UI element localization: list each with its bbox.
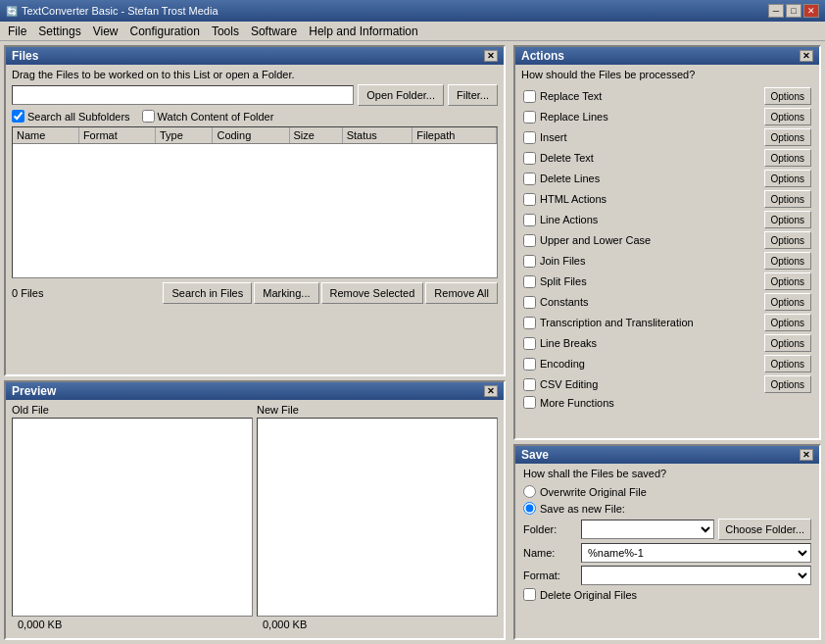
save-panel-close[interactable]: ✕ — [800, 449, 813, 461]
open-folder-button[interactable]: Open Folder... — [358, 84, 444, 106]
checkbox-row: Search all Subfolders Watch Content of F… — [12, 110, 498, 123]
action-label-join-files: Join Files — [540, 255, 585, 267]
options-button-replace-text[interactable]: Options — [764, 87, 811, 105]
action-label-delete-text: Delete Text — [540, 152, 594, 164]
action-row-html-actions: HTML ActionsOptions — [521, 189, 813, 209]
col-type: Type — [155, 127, 213, 144]
actions-panel-title: Actions — [521, 49, 564, 63]
actions-panel-close[interactable]: ✕ — [800, 50, 813, 62]
delete-original-checkbox[interactable] — [523, 588, 536, 601]
options-button-csv-editing[interactable]: Options — [764, 375, 811, 393]
actions-panel-header: Actions ✕ — [515, 47, 819, 65]
menu-file[interactable]: File — [2, 23, 32, 40]
action-label-replace-text: Replace Text — [540, 90, 602, 102]
marking-button[interactable]: Marking... — [254, 282, 318, 304]
remove-selected-button[interactable]: Remove Selected — [321, 282, 424, 304]
options-button-join-files[interactable]: Options — [764, 252, 811, 270]
action-checkbox-insert[interactable] — [523, 131, 536, 144]
delete-original-label: Delete Original Files — [540, 589, 637, 601]
menu-bar: File Settings View Configuration Tools S… — [0, 22, 825, 41]
menu-help[interactable]: Help and Information — [303, 23, 423, 40]
options-button-constants[interactable]: Options — [764, 293, 811, 311]
app-icon: 🔄 — [6, 6, 18, 17]
options-button-split-files[interactable]: Options — [764, 272, 811, 290]
overwrite-radio-row: Overwrite Original File — [523, 485, 811, 498]
title-bar: 🔄 TextConverter Basic - Stefan Trost Med… — [0, 0, 825, 22]
action-row-left-delete-text: Delete Text — [523, 152, 594, 165]
action-label-csv-editing: CSV Editing — [540, 378, 598, 390]
action-checkbox-line-actions[interactable] — [523, 214, 536, 226]
col-name: Name — [13, 127, 78, 144]
menu-tools[interactable]: Tools — [206, 23, 245, 40]
remove-all-button[interactable]: Remove All — [425, 282, 498, 304]
options-button-line-breaks[interactable]: Options — [764, 334, 811, 352]
action-label-constants: Constants — [540, 296, 589, 308]
action-checkbox-more-functions[interactable] — [523, 396, 536, 409]
name-select[interactable]: %name%-1 — [581, 543, 811, 563]
action-label-more-functions: More Functions — [540, 397, 614, 409]
choose-folder-button[interactable]: Choose Folder... — [718, 519, 811, 540]
watch-content-checkbox[interactable] — [142, 110, 155, 123]
action-checkbox-transcription[interactable] — [523, 317, 536, 329]
action-row-more-functions: More Functions — [521, 395, 813, 410]
old-file-textarea[interactable] — [12, 418, 253, 617]
filter-button[interactable]: Filter... — [448, 84, 498, 106]
search-all-subfolders-checkbox[interactable] — [12, 110, 24, 123]
menu-settings[interactable]: Settings — [32, 23, 86, 40]
watch-content-label[interactable]: Watch Content of Folder — [142, 110, 274, 123]
preview-panel-close[interactable]: ✕ — [484, 385, 498, 397]
action-label-split-files: Split Files — [540, 275, 587, 287]
action-checkbox-delete-lines[interactable] — [523, 173, 536, 185]
action-checkbox-split-files[interactable] — [523, 275, 536, 288]
format-select[interactable] — [581, 566, 811, 585]
action-checkbox-replace-text[interactable] — [523, 90, 536, 103]
options-button-delete-text[interactable]: Options — [764, 149, 811, 167]
options-button-html-actions[interactable]: Options — [764, 190, 811, 208]
options-button-transcription[interactable]: Options — [764, 314, 811, 331]
action-row-left-split-files: Split Files — [523, 275, 587, 288]
name-row: Name: %name%-1 — [523, 543, 811, 563]
save-as-new-radio[interactable] — [523, 502, 536, 515]
action-checkbox-replace-lines[interactable] — [523, 111, 536, 124]
action-checkbox-encoding[interactable] — [523, 358, 536, 371]
new-file-textarea[interactable] — [257, 418, 498, 617]
options-button-line-actions[interactable]: Options — [764, 211, 811, 228]
search-all-subfolders-label[interactable]: Search all Subfolders — [12, 110, 130, 123]
action-checkbox-constants[interactable] — [523, 296, 536, 309]
options-button-delete-lines[interactable]: Options — [764, 170, 811, 187]
left-panel: Files ✕ Drag the Files to be worked on t… — [0, 41, 510, 644]
action-checkbox-csv-editing[interactable] — [523, 378, 536, 391]
action-checkbox-html-actions[interactable] — [523, 193, 536, 206]
action-row-replace-text: Replace TextOptions — [521, 86, 813, 106]
minimize-button[interactable]: ─ — [768, 4, 784, 18]
preview-panel-header: Preview ✕ — [6, 382, 504, 400]
save-as-new-label: Save as new File: — [540, 503, 625, 515]
search-in-files-button[interactable]: Search in Files — [163, 282, 252, 304]
folder-select[interactable] — [581, 520, 714, 539]
menu-view[interactable]: View — [87, 23, 124, 40]
menu-software[interactable]: Software — [245, 23, 303, 40]
options-button-replace-lines[interactable]: Options — [764, 108, 811, 125]
main-layout: Files ✕ Drag the Files to be worked on t… — [0, 41, 825, 644]
preview-panel: Preview ✕ Old File 0,000 KB New File 0,0… — [4, 380, 506, 640]
options-button-upper-lower-case[interactable]: Options — [764, 231, 811, 249]
action-checkbox-line-breaks[interactable] — [523, 337, 536, 350]
close-button[interactable]: ✕ — [803, 4, 819, 18]
maximize-button[interactable]: □ — [786, 4, 801, 18]
action-row-insert: InsertOptions — [521, 127, 813, 147]
folder-row: Folder: Choose Folder... — [523, 519, 811, 540]
action-checkbox-join-files[interactable] — [523, 255, 536, 268]
col-format: Format — [78, 127, 155, 144]
right-panel: Actions ✕ How should the Files be proces… — [510, 41, 825, 644]
menu-configuration[interactable]: Configuration — [124, 23, 206, 40]
action-checkbox-upper-lower-case[interactable] — [523, 234, 536, 247]
overwrite-radio[interactable] — [523, 485, 536, 498]
action-row-left-upper-lower-case: Upper and Lower Case — [523, 234, 651, 247]
files-panel-close[interactable]: ✕ — [484, 50, 498, 62]
options-button-encoding[interactable]: Options — [764, 355, 811, 372]
search-input[interactable] — [12, 85, 354, 105]
action-checkbox-delete-text[interactable] — [523, 152, 536, 165]
options-button-insert[interactable]: Options — [764, 128, 811, 146]
save-panel-header: Save ✕ — [515, 446, 819, 464]
action-label-replace-lines: Replace Lines — [540, 111, 608, 123]
